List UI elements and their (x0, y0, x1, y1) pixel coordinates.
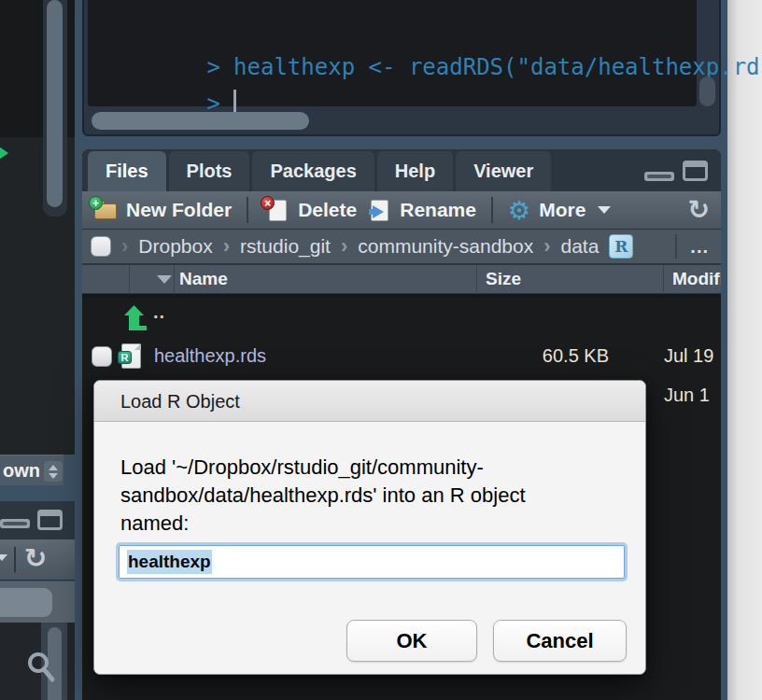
breadcrumb-community-sandbox[interactable]: community-sandbox (358, 235, 533, 258)
cancel-button[interactable]: Cancel (493, 620, 627, 662)
more-button[interactable]: More (539, 199, 586, 221)
breadcrumb-dropbox[interactable]: Dropbox (138, 235, 212, 258)
file-size: 60.5 KB (474, 345, 609, 367)
column-header-modified[interactable]: Modified (672, 269, 721, 289)
console-line: > (99, 63, 236, 143)
rstudio-window: own ↻ >healthexp <- readRDS("data/health… (0, 0, 762, 700)
left-dropdown-fragment[interactable]: own (0, 455, 64, 485)
maximize-icon[interactable] (37, 510, 63, 530)
toolbar-separator (247, 197, 248, 223)
delete-button[interactable]: Delete (298, 199, 357, 221)
run-arrow-icon (0, 143, 8, 163)
minimize-icon[interactable] (644, 169, 674, 181)
tab-plots[interactable]: Plots (169, 151, 250, 191)
rename-button[interactable]: Rename (400, 199, 476, 221)
breadcrumb-overflow-button[interactable]: ... (687, 236, 712, 258)
dialog-message-line: sandbox/data/healthexp.rds' into an R ob… (120, 482, 592, 510)
maximize-icon[interactable] (683, 161, 708, 181)
console-input-area[interactable]: >healthexp <- readRDS("data/healthexp.rd… (88, 0, 697, 106)
tab-packages[interactable]: Packages (252, 151, 374, 191)
chevron-right-icon: › (341, 234, 347, 259)
console-hscrollbar-thumb[interactable] (92, 112, 309, 130)
button-fragment[interactable] (0, 588, 52, 617)
pane-window-controls (644, 161, 708, 181)
minimize-icon[interactable] (0, 516, 30, 528)
refresh-icon[interactable]: ↻ (688, 197, 710, 223)
ok-button[interactable]: OK (346, 620, 477, 662)
console-vscrollbar-thumb[interactable] (699, 77, 715, 106)
breadcrumb-separator (675, 234, 677, 259)
left-dropdown-label: own (0, 460, 40, 482)
chevron-down-icon[interactable] (0, 554, 7, 561)
sort-desc-icon (157, 275, 172, 284)
column-header-name[interactable]: Name (179, 269, 228, 289)
toolbar-separator (491, 197, 493, 223)
rename-icon (365, 198, 391, 222)
tab-viewer[interactable]: Viewer (456, 151, 551, 191)
left-bottom-pane-tabbar (0, 501, 75, 539)
delete-icon: × (263, 198, 289, 222)
file-name: .. (153, 301, 165, 323)
refresh-icon[interactable]: ↻ (24, 542, 47, 574)
tab-help[interactable]: Help (377, 151, 453, 191)
breadcrumb-rstudio-git[interactable]: rstudio_git (240, 235, 331, 258)
chevron-down-icon (598, 206, 611, 214)
select-all-checkbox[interactable] (91, 236, 111, 257)
pane-tabbar: Files Plots Packages Help Viewer (82, 149, 721, 191)
left-bottom-pane-row (0, 581, 75, 623)
new-folder-icon: + (92, 198, 118, 222)
toolbar-separator (14, 547, 16, 572)
chevron-right-icon: › (223, 234, 230, 259)
dialog-message-line: named: (120, 510, 592, 538)
tab-files[interactable]: Files (88, 151, 166, 191)
files-toolbar: + New Folder × Delete Rename ⚙ More ↻ (82, 191, 721, 230)
table-row-healthexp[interactable]: R healthexp.rds 60.5 KB Jul 19 (82, 337, 721, 376)
breadcrumb: › Dropbox › rstudio_git › community-sand… (82, 230, 721, 265)
file-name: healthexp.rds (154, 345, 266, 367)
search-icon[interactable] (24, 651, 56, 684)
up-directory-icon (124, 304, 148, 330)
selected-text: healthexp (127, 550, 212, 574)
column-header-size[interactable]: Size (486, 269, 521, 289)
file-table-header: Name Size Modified (82, 265, 721, 294)
gear-icon: ⚙ (508, 198, 530, 223)
dialog-title: Load R Object (94, 381, 645, 422)
dialog-message-line: Load '~/Dropbox/rstudio_git/community- (120, 454, 592, 482)
chevron-right-icon: › (543, 234, 550, 259)
console-code: healthexp <- readRDS("data/healthexp.rds… (233, 54, 762, 80)
console-pane: >healthexp <- readRDS("data/healthexp.rd… (82, 0, 721, 136)
file-modified: Jul 19 (664, 345, 713, 367)
object-name-input[interactable]: healthexp (119, 545, 625, 579)
chevron-right-icon: › (121, 234, 128, 259)
dialog-message: Load '~/Dropbox/rstudio_git/community- s… (120, 454, 592, 538)
left-scrollbar-thumb[interactable] (47, 0, 63, 207)
breadcrumb-data[interactable]: data (561, 235, 600, 258)
stepper-icon[interactable] (44, 461, 63, 482)
file-modified: Jun 1 (664, 385, 710, 406)
row-checkbox[interactable] (92, 346, 112, 367)
left-bottom-pane-content (0, 623, 75, 700)
left-bottom-pane-toolbar: ↻ (0, 539, 75, 581)
new-folder-button[interactable]: New Folder (126, 199, 232, 221)
rds-file-icon: R (121, 343, 141, 369)
load-r-object-dialog: Load R Object Load '~/Dropbox/rstudio_gi… (93, 380, 646, 675)
table-row-parent-dir[interactable]: .. (82, 298, 721, 337)
r-project-icon: R (609, 234, 633, 259)
